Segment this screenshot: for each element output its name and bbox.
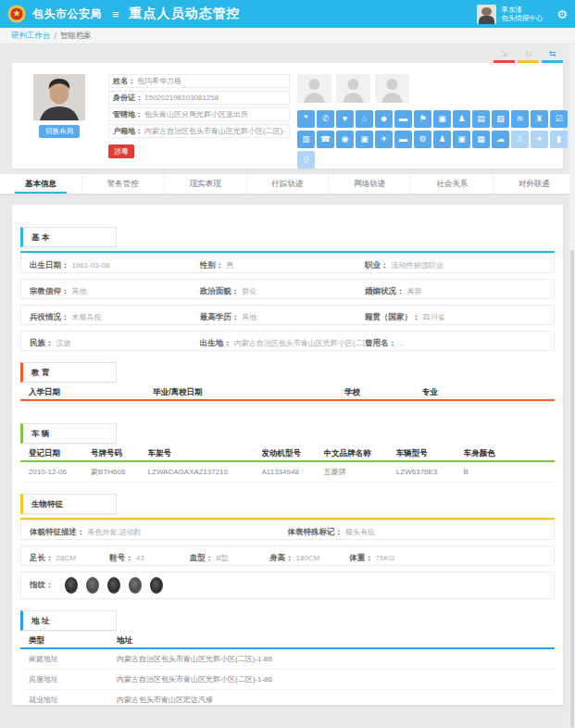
- cloud-icon[interactable]: ☁: [492, 131, 509, 148]
- field-household-registration: 户籍地： 内蒙古自治区包头市青山区光辉小区(二区)-1-86: [108, 124, 290, 138]
- menu-icon[interactable]: ≡: [112, 7, 119, 21]
- biometrics-metrics-row: 足长：28CM 鞋号：43 血型：B型 身高：180CM 体重：76KG: [20, 546, 555, 566]
- breadcrumb: 研判工作台 / 智能档案: [0, 28, 575, 44]
- wifi-icon[interactable]: ≋: [511, 110, 529, 128]
- refresh-icon: ↻: [518, 48, 539, 60]
- fingerprint-image[interactable]: [86, 577, 99, 594]
- bed-icon[interactable]: ▬: [394, 110, 412, 128]
- field-name: 姓名： 包玛希华力格: [108, 74, 290, 88]
- section-address-title: 地 址: [20, 610, 117, 631]
- panel-controls: ⇲ ↻ ⇆: [12, 44, 563, 63]
- bus-icon[interactable]: ▮: [550, 131, 568, 148]
- breadcrumb-separator: /: [55, 31, 56, 41]
- user-box[interactable]: 李东泽 包头情报中心: [477, 5, 543, 24]
- photo-placeholder[interactable]: [336, 74, 370, 103]
- org-name: 包头市公安局: [32, 6, 102, 22]
- swap-icon: ⇆: [542, 48, 563, 60]
- profile-tabs: 基本信息 警务管控 现实表现 行踪轨迹 网络轨迹 社会关系 对外联通: [0, 174, 575, 194]
- profile-card: 切换布局 姓名： 包玛希华力格 身份证： 150202196103081258 …: [12, 63, 563, 169]
- taxi-icon[interactable]: ▣: [453, 131, 470, 148]
- vehicle-table-row: 2010-12-06 蒙BTH606 LZWACAGAXA2137210 A11…: [20, 462, 555, 483]
- gear-icon[interactable]: ⚙: [414, 131, 431, 148]
- tab-police-control[interactable]: 警务管控: [81, 174, 164, 194]
- bank-icon[interactable]: ♜: [531, 110, 548, 128]
- photo-placeholder[interactable]: [375, 74, 409, 103]
- police-car-icon[interactable]: ▣: [356, 131, 373, 148]
- tab-basic-info[interactable]: 基本信息: [0, 174, 81, 194]
- section-vehicle-title: 车 辆: [20, 423, 117, 444]
- bed-icon[interactable]: ▬: [394, 131, 412, 148]
- tab-external-contact[interactable]: 对外联通: [493, 174, 575, 194]
- credit-card-icon[interactable]: ▦: [472, 131, 490, 148]
- education-table-header: 入学日期 毕业/离校日期 学校 专业: [20, 386, 555, 401]
- train-icon[interactable]: ▯: [297, 151, 315, 169]
- section-basic: 基 本 出生日期：1961-03-08 性别：男 职业：流动性较强职业 宗教信仰…: [20, 227, 555, 351]
- switch-layout-button[interactable]: 切换布局: [39, 125, 80, 138]
- section-biometrics-title: 生物特征: [20, 494, 117, 514]
- education-empty-body: [20, 401, 555, 412]
- file-icon[interactable]: ▤: [472, 110, 490, 128]
- fingerprint-row: 指纹：: [20, 571, 555, 599]
- section-education-title: 教 育: [20, 362, 117, 383]
- refresh-underline: [518, 60, 539, 63]
- person-bust-icon[interactable]: ♟: [433, 131, 451, 148]
- user-avatar[interactable]: [477, 5, 496, 24]
- scrollbar-thumb[interactable]: [570, 250, 574, 728]
- section-address: 地 址 类型 地址 家庭地址 内蒙古自治区包头市青山区光辉小区(二区)-1-86…: [20, 610, 555, 705]
- expand-icon: ⇲: [494, 48, 515, 60]
- image-icon[interactable]: ▧: [492, 110, 509, 128]
- settings-gear-icon[interactable]: ⚙: [556, 7, 568, 21]
- photo-placeholder[interactable]: [297, 74, 331, 103]
- tab-movement-track[interactable]: 行踪轨迹: [246, 174, 329, 194]
- graduation-cap-icon[interactable]: ⚑: [414, 110, 431, 128]
- vehicle-table-header: 登记日期 号牌号码 车架号 发动机型号 中文品牌名称 车辆型号 车身颜色: [20, 447, 555, 462]
- basic-info-panel: 基 本 出生日期：1961-03-08 性别：男 职业：流动性较强职业 宗教信仰…: [12, 205, 563, 705]
- plane-icon[interactable]: ✈: [531, 131, 548, 148]
- basic-row: 民族：汉族 出生地：内蒙古自治区包头市青山区光辉小区(二区)-1-86 曾用名：…: [20, 331, 555, 351]
- plane-icon[interactable]: ✈: [375, 131, 393, 148]
- fingerprint-image[interactable]: [150, 577, 163, 594]
- subject-photo[interactable]: [33, 74, 85, 120]
- field-id-number: 身份证： 150202196103081258: [108, 91, 290, 105]
- scrollbar-track: [569, 44, 575, 728]
- section-education: 教 育 入学日期 毕业/离校日期 学校 专业: [20, 362, 555, 412]
- drug-related-badge: 涉毒: [108, 144, 134, 158]
- refresh-control[interactable]: ↻: [518, 48, 539, 63]
- basic-row: 出生日期：1961-03-08 性别：男 职业：流动性较强职业: [20, 253, 555, 273]
- expand-control[interactable]: ⇲: [494, 48, 515, 63]
- tab-social-relations[interactable]: 社会关系: [410, 174, 493, 194]
- swap-control[interactable]: ⇆: [542, 48, 563, 63]
- fingerprint-image[interactable]: [129, 577, 142, 594]
- section-vehicle: 车 辆 登记日期 号牌号码 车架号 发动机型号 中文品牌名称 车辆型号 车身颜色…: [20, 423, 555, 483]
- tab-real-performance[interactable]: 现实表现: [164, 174, 246, 194]
- person-icon[interactable]: ♟: [453, 110, 470, 128]
- phone-icon[interactable]: ☎: [317, 131, 334, 148]
- field-jurisdiction: 管辖地： 包头青山区分局光辉小区派出所: [108, 107, 290, 121]
- app-header: 包头市公安局 ≡ 重点人员动态管控 李东泽 包头情报中心 ⚙: [0, 0, 575, 28]
- police-badge-logo: [7, 5, 26, 23]
- phone-call-icon[interactable]: ✆: [317, 110, 334, 128]
- check-square-icon[interactable]: ☑: [550, 110, 568, 128]
- tab-network-track[interactable]: 网络轨迹: [328, 174, 410, 194]
- section-biometrics: 生物特征 体貌特征描述：黑色外套,运动鞋 体表特殊标记：额头有痣 足长：28CM…: [20, 494, 555, 599]
- swap-underline: [542, 60, 563, 63]
- id-card-icon[interactable]: ▥: [297, 131, 315, 148]
- address-table-row: 房屋地址 内蒙古自治区包头市青山区光辉小区(二区)-1-86: [20, 670, 555, 690]
- breadcrumb-parent[interactable]: 研判工作台: [11, 31, 51, 42]
- fingerprint-image[interactable]: [65, 577, 78, 594]
- fingerprint-image[interactable]: [107, 577, 120, 594]
- expand-underline: [494, 60, 515, 63]
- data-category-icon-grid: ❞ ✆ ♥ ⌂ ☻ ▬ ⚑ ▣ ♟ ▤ ▧ ≋ ♜ ☑ ▥ ☎ ◉ ▣ ✈ ▬ …: [297, 110, 571, 171]
- heart-icon[interactable]: ♥: [336, 110, 354, 128]
- pedestrian-icon[interactable]: ♙: [511, 131, 529, 148]
- section-basic-title: 基 本: [20, 227, 117, 247]
- home-icon[interactable]: ⌂: [356, 110, 373, 128]
- car-icon[interactable]: ▣: [433, 110, 451, 128]
- breadcrumb-current: 智能档案: [60, 31, 92, 42]
- rss-icon[interactable]: ◉: [336, 131, 354, 148]
- address-table-header: 类型 地址: [20, 634, 555, 649]
- user-dept: 包头情报中心: [501, 14, 543, 22]
- basic-row: 兵役情况：未服兵役 最高学历：其他 籍贯（国家）：四川省: [20, 305, 555, 325]
- chat-icon[interactable]: ❞: [297, 110, 315, 128]
- users-icon[interactable]: ☻: [375, 110, 393, 128]
